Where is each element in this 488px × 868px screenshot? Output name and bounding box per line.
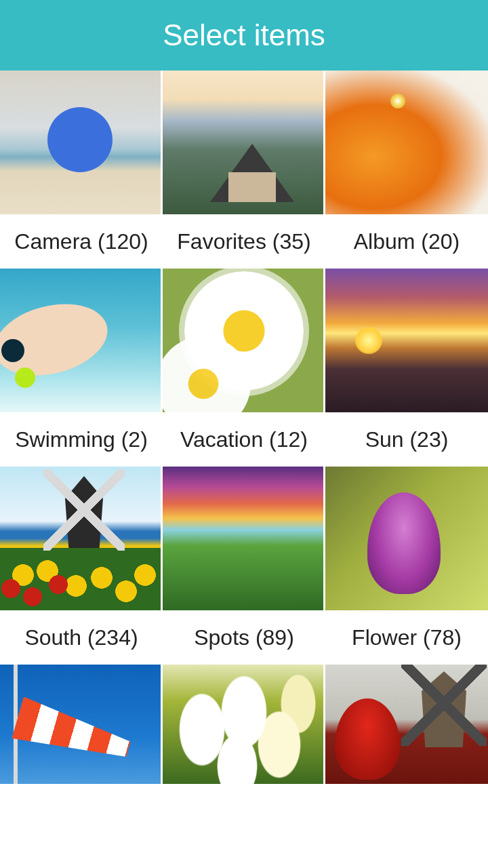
album-thumbnail[interactable] — [163, 269, 323, 412]
album-caption: Flower (78) — [325, 610, 488, 665]
page-title: Select items — [163, 18, 325, 52]
album-thumbnail[interactable] — [325, 665, 488, 784]
album-caption: Favorites (35) — [163, 214, 325, 269]
album-favorites[interactable]: Favorites (35) — [163, 71, 325, 269]
album-caption: Vacation (12) — [163, 412, 325, 467]
album-camera[interactable]: Camera (120) — [0, 71, 163, 269]
album-caption: Album (20) — [325, 214, 488, 269]
album-thumbnail[interactable] — [163, 71, 323, 214]
album-caption: Camera (120) — [0, 214, 163, 269]
album-vacation[interactable]: Vacation (12) — [163, 269, 325, 467]
album-thumbnail[interactable] — [0, 269, 161, 412]
album-thumbnail[interactable] — [0, 665, 161, 784]
album-caption: South (234) — [0, 610, 163, 665]
album-thumbnail[interactable] — [0, 71, 161, 214]
album-partial-2[interactable] — [163, 665, 325, 784]
album-thumbnail[interactable] — [325, 71, 488, 214]
album-album[interactable]: Album (20) — [325, 71, 488, 269]
album-thumbnail[interactable] — [0, 467, 161, 610]
album-caption: Sun (23) — [325, 412, 488, 467]
album-thumbnail[interactable] — [325, 269, 488, 412]
album-thumbnail[interactable] — [163, 467, 323, 610]
album-thumbnail[interactable] — [325, 467, 488, 610]
album-spots[interactable]: Spots (89) — [163, 467, 325, 665]
album-thumbnail[interactable] — [163, 665, 323, 784]
selection-indicator-icon — [47, 107, 113, 172]
album-grid: Camera (120) Favorites (35) Album (20) S… — [0, 71, 488, 784]
album-swimming[interactable]: Swimming (2) — [0, 269, 163, 467]
album-sun[interactable]: Sun (23) — [325, 269, 488, 467]
album-caption: Swimming (2) — [0, 412, 163, 467]
album-partial-3[interactable] — [325, 665, 488, 784]
album-south[interactable]: South (234) — [0, 467, 163, 665]
album-caption: Spots (89) — [163, 610, 325, 665]
header-bar: Select items — [0, 0, 488, 71]
album-flower[interactable]: Flower (78) — [325, 467, 488, 665]
album-partial-1[interactable] — [0, 665, 163, 784]
